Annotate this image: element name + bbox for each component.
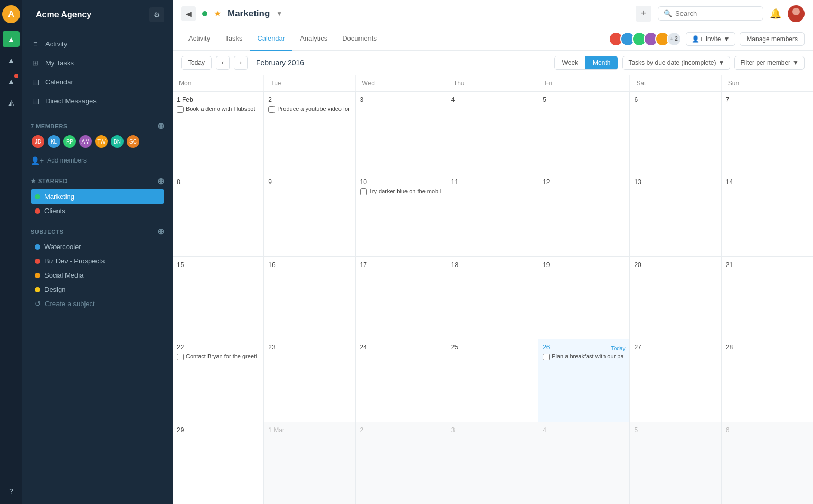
calendar-cell[interactable]: 3 (356, 92, 447, 174)
calendar-cell[interactable]: 20 (630, 257, 721, 339)
calendar-cell[interactable]: 27 (630, 339, 721, 421)
back-button[interactable]: ◀ (181, 6, 196, 21)
calendar-cell[interactable]: 12 (538, 174, 630, 256)
starred-label: ★ STARRED (31, 178, 68, 185)
calendar-cell[interactable]: 28 (722, 339, 813, 421)
search-input[interactable] (675, 9, 758, 17)
add-member-icon[interactable]: ⊕ (157, 121, 165, 131)
calendar-task[interactable]: Plan a breakfast with our pa (543, 353, 625, 360)
calendar-cell[interactable]: 29 (173, 422, 264, 504)
calendar-cell[interactable]: 5 (538, 92, 630, 174)
subject-item-watercooler[interactable]: Watercooler (31, 240, 164, 254)
calendar-cell[interactable]: 6 (630, 92, 721, 174)
calendar-cell[interactable]: 11 (447, 174, 538, 256)
month-view-button[interactable]: Month (585, 56, 618, 69)
calendar-cell[interactable]: 4 (447, 92, 538, 174)
calendar-task[interactable]: Try darker blue on the mobil (360, 188, 442, 195)
calendar-task[interactable]: Contact Bryan for the greeti (177, 353, 259, 360)
tab-calendar[interactable]: Calendar (250, 27, 292, 51)
task-checkbox[interactable] (177, 354, 184, 360)
calendar-cell[interactable]: 5 (630, 422, 721, 504)
next-month-button[interactable]: › (234, 56, 248, 70)
calendar-cell[interactable]: 16 (264, 257, 355, 339)
invite-button[interactable]: 👤+ Invite ▼ (686, 32, 736, 46)
search-box[interactable]: 🔍 (658, 6, 763, 21)
calendar-cell[interactable]: 17 (356, 257, 447, 339)
create-subject-button[interactable]: ↺ Create a subject (31, 297, 164, 311)
nav-icon-person[interactable]: ▲ (3, 73, 20, 90)
nav-icon-home[interactable]: ▲ (3, 31, 20, 47)
activity-icon: ≡ (31, 39, 40, 49)
calendar-cell[interactable]: 6 (722, 422, 813, 504)
help-button[interactable]: ? (3, 483, 20, 500)
filter-tasks-button[interactable]: Tasks by due date (incomplete) ▼ (622, 56, 730, 70)
starred-item-clients[interactable]: Clients (31, 204, 164, 218)
calendar-cell[interactable]: 9 (264, 174, 355, 256)
project-star-icon[interactable]: ★ (214, 8, 221, 18)
calendar-cell[interactable]: 22Contact Bryan for the greeti (173, 339, 264, 421)
nav-icon-grid[interactable]: ▲ (3, 52, 20, 69)
calendar-cell[interactable]: 18 (447, 257, 538, 339)
calendar-cell[interactable]: 1 FebBook a demo with Hubspot (173, 92, 264, 174)
tab-members-avatars: + 2 (609, 32, 682, 46)
calendar-cell[interactable]: 2Produce a youtube video for (264, 92, 355, 174)
calendar-task[interactable]: Produce a youtube video for (268, 106, 351, 113)
calendar-cell[interactable]: 21 (722, 257, 813, 339)
social-media-dot (35, 273, 40, 278)
calendar-cell[interactable]: 13 (630, 174, 721, 256)
member-avatar: JD (31, 134, 45, 149)
project-chevron-icon[interactable]: ▼ (276, 10, 282, 17)
add-button[interactable]: + (636, 6, 651, 22)
filter-member-button[interactable]: Filter per member ▼ (734, 56, 805, 70)
member-filter-chevron-icon: ▼ (792, 59, 799, 66)
day-number: 23 (268, 344, 275, 351)
sidebar-item-direct-messages[interactable]: ▤ Direct Messages (22, 91, 173, 110)
manage-members-button[interactable]: Manage members (740, 32, 805, 46)
calendar-cell[interactable]: 15 (173, 257, 264, 339)
add-subject-icon[interactable]: ⊕ (157, 226, 165, 236)
task-checkbox[interactable] (543, 354, 550, 360)
subject-item-social-media[interactable]: Social Media (31, 268, 164, 282)
calendar-cell[interactable]: 7 (722, 92, 813, 174)
settings-button[interactable]: ⚙ (149, 7, 164, 22)
tab-documents[interactable]: Documents (335, 27, 384, 51)
calendar-cell[interactable]: 23 (264, 339, 355, 421)
subject-item-biz-dev[interactable]: Biz Dev - Prospects (31, 254, 164, 268)
calendar-cell[interactable]: 10Try darker blue on the mobil (356, 174, 447, 256)
calendar-cell[interactable]: 1 Mar (264, 422, 355, 504)
calendar-cell[interactable]: 19 (538, 257, 630, 339)
calendar-cell[interactable]: 24 (356, 339, 447, 421)
calendar-cell[interactable]: 8 (173, 174, 264, 256)
notification-bell-icon[interactable]: 🔔 (770, 8, 781, 20)
subject-item-design[interactable]: Design (31, 282, 164, 297)
design-dot (35, 287, 40, 292)
calendar-cell[interactable]: 4 (538, 422, 630, 504)
tab-analytics[interactable]: Analytics (292, 27, 335, 51)
sidebar-item-calendar[interactable]: ▦ Calendar (22, 72, 173, 91)
task-label: Contact Bryan for the greeti (186, 353, 257, 359)
day-number: 16 (268, 261, 275, 269)
sidebar-item-my-tasks[interactable]: ⊞ My Tasks (22, 53, 173, 72)
task-checkbox[interactable] (360, 188, 367, 195)
today-button[interactable]: Today (181, 56, 212, 70)
tab-tasks[interactable]: Tasks (218, 27, 250, 51)
calendar-cell[interactable]: 3 (447, 422, 538, 504)
tab-activity[interactable]: Activity (181, 27, 218, 51)
task-checkbox[interactable] (268, 106, 275, 113)
calendar-cell[interactable]: 25 (447, 339, 538, 421)
sidebar-item-activity[interactable]: ≡ Activity (22, 34, 173, 53)
add-starred-icon[interactable]: ⊕ (157, 176, 165, 186)
prev-month-button[interactable]: ‹ (216, 56, 230, 70)
nav-icon-triangle[interactable]: ◭ (3, 94, 20, 111)
week-view-button[interactable]: Week (555, 56, 585, 69)
starred-item-marketing[interactable]: Marketing (31, 189, 164, 204)
task-checkbox[interactable] (177, 106, 184, 113)
calendar-task[interactable]: Book a demo with Hubspot (177, 106, 259, 113)
day-number: 12 (543, 178, 550, 186)
calendar-cell[interactable]: 26TodayPlan a breakfast with our pa (538, 339, 630, 421)
messages-icon: ▤ (31, 96, 40, 106)
add-members-button[interactable]: 👤+ Add members (31, 153, 164, 168)
user-avatar[interactable] (788, 5, 805, 22)
calendar-cell[interactable]: 14 (722, 174, 813, 256)
calendar-cell[interactable]: 2 (356, 422, 447, 504)
